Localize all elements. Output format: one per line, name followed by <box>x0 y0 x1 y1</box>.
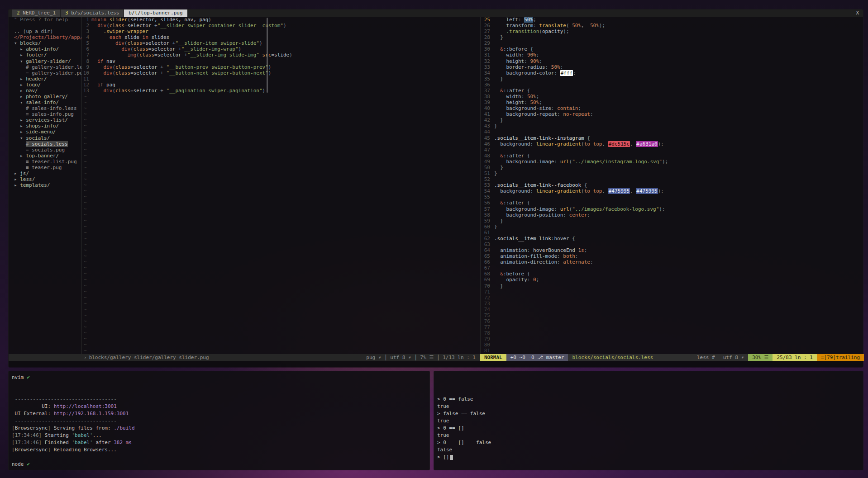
tree-dir-js/[interactable]: ▸ js/ <box>9 170 81 176</box>
tree-dir-side-menu/[interactable]: ▸ side-menu/ <box>9 129 81 135</box>
tab-b/s/socials.less[interactable]: 3 b/s/socials.less <box>61 9 124 17</box>
code-line-1[interactable]: 1mixin slider(selector, slides, nav, pag… <box>82 17 480 23</box>
code-line-37[interactable]: 37 &::after { <box>481 88 864 94</box>
code-line-67[interactable]: 67 <box>481 265 864 271</box>
code-line-10[interactable]: 10 div(class=selector + "__button-next s… <box>82 70 480 76</box>
code-line-62[interactable]: 62.socials__item-link:hover { <box>481 236 864 241</box>
code-line-73[interactable]: 73 <box>481 301 864 307</box>
tree-dir-photo-gallery/[interactable]: ▸ photo-gallery/ <box>9 94 81 99</box>
tree-dir-blocks/[interactable]: ▾ blocks/ <box>9 40 81 46</box>
code-line-27[interactable]: 27 .transition(opacity); <box>481 28 864 34</box>
code-line-81[interactable]: 81 <box>481 348 864 354</box>
code-line-11[interactable]: 11 <box>82 76 480 82</box>
tree-file-teaser-list.pug[interactable]: ≡ teaser-list.pug <box>9 159 81 165</box>
code-line-29[interactable]: 29 <box>481 40 864 46</box>
code-line-55[interactable]: 55 <box>481 194 864 200</box>
tree-file-socials.less[interactable]: # socials.less <box>9 141 81 147</box>
code-line-79[interactable]: 79 <box>481 336 864 342</box>
chevron-collapsed-icon[interactable]: ▸ <box>14 170 20 176</box>
code-line-8[interactable]: 8 if nav <box>82 58 480 64</box>
code-line-64[interactable]: 64 animation: hoverBounceEnd 1s; <box>481 247 864 253</box>
code-line-12[interactable]: 12 if pag <box>82 82 480 88</box>
code-line-57[interactable]: 57 background-image: url("../images/face… <box>481 206 864 212</box>
code-line-50[interactable]: 50 } <box>481 165 864 170</box>
scrollbar-thumb[interactable] <box>267 18 268 93</box>
code-line-51[interactable]: 51} <box>481 170 864 176</box>
chevron-collapsed-icon[interactable]: ▸ <box>20 46 26 52</box>
code-line-80[interactable]: 80 <box>481 342 864 348</box>
chevron-collapsed-icon[interactable]: ▸ <box>20 123 26 129</box>
pug-editor-pane[interactable]: 1mixin slider(selector, slides, nav, pag… <box>81 17 480 354</box>
code-line-54[interactable]: 54 background: linear-gradient(to top, #… <box>481 188 864 194</box>
code-line-6[interactable]: 6 div(class=selector +"__slider-img-wrap… <box>82 46 480 52</box>
chevron-collapsed-icon[interactable]: ▸ <box>20 76 26 82</box>
tree-dir-gallery-slider/[interactable]: ▾ gallery-slider/ <box>9 58 81 64</box>
code-line-33[interactable]: 33 border-radius: 50%; <box>481 64 864 70</box>
code-line-7[interactable]: 7 img(class=selector +"__slider-img slid… <box>82 52 480 58</box>
tab-b/t/top-banner.pug[interactable]: b/t/top-banner.pug <box>124 9 187 17</box>
tree-file-sales-info.less[interactable]: # sales-info.less <box>9 105 81 111</box>
code-line-36[interactable]: 36 <box>481 82 864 88</box>
chevron-collapsed-icon[interactable]: ▸ <box>20 52 26 58</box>
code-line-25[interactable]: 25 left: 50%; <box>481 17 864 23</box>
code-line-72[interactable]: 72 <box>481 295 864 301</box>
code-line-58[interactable]: 58 background-position: center; <box>481 212 864 218</box>
tree-file-teaser.pug[interactable]: ≡ teaser.pug <box>9 165 81 170</box>
code-line-71[interactable]: 71 <box>481 289 864 295</box>
code-line-38[interactable]: 38 width: 50%; <box>481 94 864 99</box>
chevron-expanded-icon[interactable]: ▾ <box>20 58 26 64</box>
code-line-43[interactable]: 43} <box>481 123 864 129</box>
code-line-4[interactable]: 4 each slide in slides <box>82 34 480 40</box>
code-line-44[interactable]: 44 <box>481 129 864 135</box>
code-line-26[interactable]: 26 transform: translate(-50%, -50%); <box>481 23 864 28</box>
code-line-77[interactable]: 77 <box>481 324 864 330</box>
tree-dir-logo/[interactable]: ▸ logo/ <box>9 82 81 88</box>
tree-file-gallery-slider.less[interactable]: # gallery-slider.less <box>9 64 81 70</box>
tree-dir-footer/[interactable]: ▸ footer/ <box>9 52 81 58</box>
tree-dir-about-info/[interactable]: ▸ about-info/ <box>9 46 81 52</box>
tree-dir-sales-info/[interactable]: ▾ sales-info/ <box>9 99 81 105</box>
code-line-40[interactable]: 40 background-size: contain; <box>481 105 864 111</box>
tree-dir-templates/[interactable]: ▸ templates/ <box>9 182 81 188</box>
tree-dir-top-banner/[interactable]: ▸ top-banner/ <box>9 153 81 159</box>
code-line-41[interactable]: 41 background-repeat: no-repeat; <box>481 111 864 117</box>
code-line-3[interactable]: 3 .swiper-wrapper <box>82 28 480 34</box>
code-line-65[interactable]: 65 animation-fill-mode: both; <box>481 253 864 259</box>
tree-file-gallery-slider.pug[interactable]: ≡ gallery-slider.pug <box>9 70 81 76</box>
chevron-collapsed-icon[interactable]: ▸ <box>20 153 26 159</box>
code-line-76[interactable]: 76 <box>481 318 864 324</box>
chevron-expanded-icon[interactable]: ▾ <box>20 99 26 105</box>
code-line-66[interactable]: 66 animation-direction: alternate; <box>481 259 864 265</box>
code-line-52[interactable]: 52 <box>481 176 864 182</box>
vim-command-line[interactable] <box>9 361 863 368</box>
tree-file-sales-info.pug[interactable]: ≡ sales-info.pug <box>9 111 81 117</box>
chevron-collapsed-icon[interactable]: ▸ <box>20 94 26 99</box>
chevron-expanded-icon[interactable]: ▾ <box>14 40 20 46</box>
code-line-34[interactable]: 34 background-color: #fff; <box>481 70 864 76</box>
chevron-collapsed-icon[interactable]: ▸ <box>14 176 20 182</box>
code-line-13[interactable]: 13 div(class=selector + "__pagination sw… <box>82 88 480 94</box>
chevron-collapsed-icon[interactable]: ▸ <box>20 88 26 94</box>
code-line-32[interactable]: 32 height: 90%; <box>481 58 864 64</box>
code-line-39[interactable]: 39 height: 50%; <box>481 99 864 105</box>
code-line-46[interactable]: 46 background: linear-gradient(to top, #… <box>481 141 864 147</box>
tab-NERD_tree_1[interactable]: 2 NERD_tree_1 <box>12 9 60 17</box>
code-line-70[interactable]: 70 } <box>481 283 864 289</box>
code-line-49[interactable]: 49 background-image: url("../images/inst… <box>481 159 864 165</box>
less-editor-pane[interactable]: 25 left: 50%;26 transform: translate(-50… <box>480 17 864 354</box>
chevron-collapsed-icon[interactable]: ▸ <box>20 117 26 123</box>
code-line-2[interactable]: 2 div(class=selector +"__slider swiper-c… <box>82 23 480 28</box>
terminal-right-window[interactable]: > 0 == falsetrue> false == falsetrue> 0 … <box>434 371 863 470</box>
chevron-collapsed-icon[interactable]: ▸ <box>14 182 20 188</box>
tree-dir-header/[interactable]: ▸ header/ <box>9 76 81 82</box>
code-line-45[interactable]: 45.socials__item-link--instagram { <box>481 135 864 141</box>
code-line-61[interactable]: 61 <box>481 230 864 236</box>
code-line-9[interactable]: 9 div(class=selector + "__button-prev sw… <box>82 64 480 70</box>
code-line-69[interactable]: 69 opacity: 0; <box>481 277 864 283</box>
code-line-75[interactable]: 75 <box>481 312 864 318</box>
code-line-28[interactable]: 28 } <box>481 34 864 40</box>
tree-dir-services-list/[interactable]: ▸ services-list/ <box>9 117 81 123</box>
code-line-35[interactable]: 35 } <box>481 76 864 82</box>
code-line-47[interactable]: 47 <box>481 147 864 153</box>
terminal-left-window[interactable]: nvim ✔ ---------------------------------… <box>8 371 430 470</box>
